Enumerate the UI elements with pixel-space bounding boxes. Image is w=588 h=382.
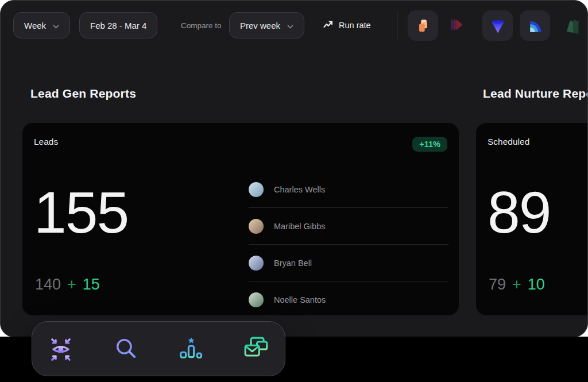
date-range-label: Feb 28 - Mar 4 — [90, 21, 146, 30]
top-toolbar: Week Feb 28 - Mar 4 Compare to Prev week — [1, 1, 587, 50]
leads-people-list: Charles Wells Maribel Gibbs Bryan Bell N… — [249, 171, 448, 318]
trend-up-icon — [323, 20, 333, 30]
green-bars-glyph — [566, 17, 588, 35]
orange-blocks-glyph — [415, 18, 431, 34]
leads-card: Leads +11% 155 140 + 15 Charles Wells Ma… — [22, 123, 459, 315]
compare-period-label: Prev week — [240, 21, 280, 30]
chevron-down-icon — [53, 21, 59, 30]
scheduled-delta-value: 10 — [528, 276, 545, 294]
leads-previous-value: 140 — [35, 276, 61, 294]
date-range-selector[interactable]: Feb 28 - Mar 4 — [79, 12, 157, 38]
list-item-person[interactable]: Bryan Bell — [249, 245, 448, 281]
compare-to-label: Compare to — [181, 1, 222, 50]
orange-blocks-app-icon[interactable] — [408, 10, 438, 41]
leads-delta-value: 15 — [83, 276, 100, 294]
list-item-person[interactable]: Noelle Santos — [249, 281, 448, 318]
scheduled-plus-sign: + — [512, 276, 521, 294]
scheduled-value: 89 — [488, 183, 550, 242]
scheduled-card: Scheduled 89 79 + 10 — [476, 123, 588, 315]
run-rate-toggle[interactable]: Run rate — [323, 1, 371, 50]
person-name: Bryan Bell — [274, 258, 312, 268]
green-bars-app-icon[interactable] — [566, 17, 588, 35]
leads-card-title: Leads — [34, 137, 58, 147]
period-selector[interactable]: Week — [13, 12, 70, 38]
avatar — [249, 256, 264, 271]
floating-action-dock — [32, 321, 285, 376]
leads-previous-row: 140 + 15 — [35, 276, 100, 294]
list-item-person[interactable]: Maribel Gibbs — [249, 208, 448, 245]
mail-campaigns-glyph — [243, 335, 269, 362]
avatar — [249, 292, 264, 307]
compare-period-selector[interactable]: Prev week — [229, 12, 304, 38]
leaderboard-glyph — [178, 335, 204, 362]
person-name: Charles Wells — [274, 185, 325, 194]
toolbar-divider — [397, 11, 397, 40]
avatar — [249, 182, 264, 197]
period-selector-label: Week — [24, 21, 46, 30]
section-title-lead-gen: Lead Gen Reports — [30, 87, 136, 101]
scheduled-previous-row: 79 + 10 — [489, 276, 545, 294]
dashboard-window: Week Feb 28 - Mar 4 Compare to Prev week — [0, 0, 588, 337]
avatar — [249, 219, 264, 234]
person-name: Noelle Santos — [274, 295, 326, 304]
leads-change-badge: +11% — [412, 137, 447, 152]
scheduled-previous-value: 79 — [489, 276, 506, 294]
mail-campaigns-icon[interactable] — [243, 335, 269, 362]
screenshot-stage: Week Feb 28 - Mar 4 Compare to Prev week — [0, 0, 588, 382]
blue-funnel-app-icon[interactable] — [482, 10, 513, 41]
teal-arc-app-icon[interactable] — [520, 10, 550, 41]
section-title-lead-nurture: Lead Nurture Reports — [483, 87, 588, 101]
person-name: Maribel Gibbs — [274, 222, 325, 231]
leaderboard-icon[interactable] — [178, 335, 204, 362]
red-chevrons-app-icon[interactable] — [449, 17, 466, 33]
focus-eye-glyph — [48, 335, 74, 362]
blue-funnel-glyph — [490, 18, 506, 34]
focus-eye-icon[interactable] — [48, 335, 74, 362]
run-rate-label: Run rate — [339, 21, 371, 30]
chevron-down-icon — [287, 21, 293, 30]
red-chevrons-glyph — [449, 17, 466, 33]
teal-arc-glyph — [527, 18, 543, 34]
search-analytics-glyph — [113, 335, 139, 362]
leads-plus-sign: + — [67, 276, 76, 294]
scheduled-card-title: Scheduled — [488, 137, 529, 147]
leads-value: 155 — [34, 183, 128, 242]
list-item-person[interactable]: Charles Wells — [249, 171, 448, 208]
search-analytics-icon[interactable] — [113, 335, 139, 362]
